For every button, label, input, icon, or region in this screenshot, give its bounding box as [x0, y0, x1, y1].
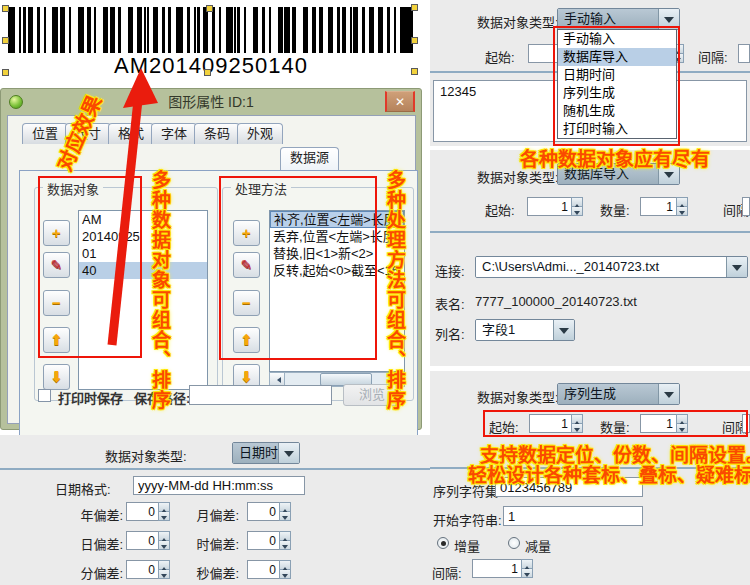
- divider: [430, 231, 750, 233]
- data-objects-list[interactable]: AM 20140925 01 40: [78, 210, 208, 390]
- start-stepper[interactable]: 1: [527, 197, 583, 216]
- start-stepper[interactable]: 1: [529, 414, 583, 433]
- save-on-print-checkbox[interactable]: [38, 389, 51, 402]
- increment-radio[interactable]: [437, 537, 449, 549]
- tab-appearance[interactable]: 外观: [237, 123, 283, 144]
- charset-input[interactable]: [495, 477, 643, 497]
- chevron-down-icon[interactable]: [658, 9, 679, 29]
- resize-handle-w[interactable]: [2, 37, 9, 44]
- resize-handle-s[interactable]: [204, 69, 211, 76]
- list-item-selected[interactable]: 40: [79, 262, 207, 279]
- interval2-label: 间隔:: [432, 563, 462, 582]
- option-sequence[interactable]: 序列生成: [558, 84, 676, 102]
- remove-object-button[interactable]: −: [43, 290, 70, 316]
- day-offset-stepper[interactable]: 0: [126, 531, 170, 550]
- table-value: 7777_100000_20140723.txt: [475, 294, 637, 309]
- column-label: 列名:: [435, 324, 465, 343]
- browse-button[interactable]: 浏览: [343, 384, 401, 406]
- remove-method-button[interactable]: −: [233, 290, 260, 316]
- edit-method-button[interactable]: ✎: [233, 252, 260, 278]
- type-options-list[interactable]: 手动输入 数据库导入 日期时间 序列生成 随机生成 打印时输入: [557, 29, 677, 139]
- edit-object-button[interactable]: ✎: [43, 252, 70, 278]
- add-method-button[interactable]: +: [233, 220, 260, 246]
- option-database[interactable]: 数据库导入: [558, 48, 676, 66]
- close-icon[interactable]: ✕: [385, 91, 415, 112]
- move-up-button[interactable]: ⬆: [43, 327, 70, 353]
- year-offset-stepper[interactable]: 0: [126, 502, 170, 521]
- chevron-down-icon[interactable]: [278, 443, 299, 463]
- second-offset-stepper[interactable]: 0: [247, 560, 291, 579]
- column-dropdown[interactable]: 字段1: [475, 319, 575, 341]
- interval-input[interactable]: [742, 197, 750, 216]
- charset-label: 序列字符集:: [433, 481, 502, 500]
- down-arrow-icon: ⬇: [50, 368, 63, 385]
- connection-dropdown[interactable]: C:\Users\Admi..._20140723.txt: [475, 256, 748, 278]
- interval2-stepper[interactable]: 1: [472, 559, 533, 578]
- hour-offset-stepper[interactable]: 0: [247, 531, 291, 550]
- tab-size[interactable]: 尺寸: [65, 123, 111, 144]
- data-object-type-dropdown[interactable]: 日期时间: [232, 442, 300, 464]
- tab-barcode[interactable]: 条码: [194, 123, 240, 144]
- option-manual[interactable]: 手动输入: [558, 30, 676, 48]
- plus-icon: +: [52, 224, 61, 241]
- database-panel: 数据对象类型: 数据库导入 起始: 1 数量: 1 间隔: 连接: C:\Use…: [430, 150, 750, 366]
- app-root: AM201409250140 图形属性 ID:1 ✕ 位置 尺寸 格式 字体 条…: [0, 0, 750, 585]
- month-offset-stepper[interactable]: 0: [247, 502, 291, 521]
- barcode-bars[interactable]: [8, 7, 413, 53]
- resize-handle-nw[interactable]: [2, 5, 9, 12]
- chevron-down-icon[interactable]: [726, 257, 747, 277]
- barcode-canvas[interactable]: AM201409250140: [0, 0, 430, 86]
- pencil-icon: ✎: [51, 257, 63, 273]
- data-object-type-dropdown[interactable]: 手动输入: [557, 8, 680, 30]
- minute-offset-label: 分偏差:: [55, 563, 123, 582]
- count-stepper[interactable]: 1: [640, 197, 688, 216]
- move-method-up-button[interactable]: ⬆: [233, 327, 260, 353]
- tab-format[interactable]: 格式: [108, 123, 154, 144]
- resize-handle-sw[interactable]: [2, 69, 9, 76]
- count-label: 数量:: [600, 417, 630, 436]
- option-datetime[interactable]: 日期时间: [558, 66, 676, 84]
- option-print-input[interactable]: 打印时输入: [558, 120, 676, 138]
- count-label: 数量:: [600, 200, 630, 219]
- list-item[interactable]: 20140925: [79, 228, 207, 245]
- right-column: 数据对象类型: 手动输入 起始: 间隔: 12345 手动输入 数据库导入 日期…: [430, 0, 750, 585]
- add-object-button[interactable]: +: [43, 220, 70, 246]
- tab-datasource[interactable]: 数据源: [280, 147, 339, 170]
- manual-input-panel: 数据对象类型: 手动输入 起始: 间隔: 12345 手动输入 数据库导入 日期…: [430, 0, 750, 146]
- methods-group-title: 处理方法: [231, 179, 291, 198]
- decrement-radio[interactable]: [508, 537, 520, 549]
- resize-handle-e[interactable]: [411, 37, 418, 44]
- list-item[interactable]: AM: [79, 211, 207, 228]
- resize-handle-se[interactable]: [411, 68, 418, 75]
- hour-offset-label: 时偏差:: [175, 534, 239, 553]
- list-item[interactable]: 反转,起始<0>截至<16: [270, 262, 404, 279]
- save-path-input[interactable]: [189, 385, 332, 405]
- move-down-button[interactable]: ⬇: [43, 364, 70, 390]
- dialog-titlebar[interactable]: 图形属性 ID:1 ✕: [1, 89, 421, 115]
- interval-input[interactable]: [742, 414, 750, 433]
- resize-handle-n[interactable]: [206, 5, 213, 12]
- tab-font[interactable]: 字体: [151, 123, 197, 144]
- count-stepper[interactable]: 1: [640, 414, 688, 433]
- list-item[interactable]: 丢弃,位置<左端>长度<: [270, 228, 404, 245]
- start-string-input[interactable]: [503, 506, 643, 526]
- list-item[interactable]: 替换,旧<1>新<2>: [270, 245, 404, 262]
- month-offset-label: 月偏差:: [175, 505, 239, 524]
- chevron-down-icon[interactable]: [658, 384, 679, 404]
- data-object-type-dropdown[interactable]: 序列生成: [557, 383, 680, 405]
- resize-handle-ne[interactable]: [411, 4, 418, 11]
- divider: [430, 467, 750, 469]
- date-format-input[interactable]: [133, 476, 305, 495]
- data-object-type-dropdown[interactable]: 数据库导入: [557, 163, 680, 185]
- option-random[interactable]: 随机生成: [558, 102, 676, 120]
- methods-list[interactable]: 补齐,位置<左端>长度< 丢弃,位置<左端>长度< 替换,旧<1>新<2> 反转…: [269, 210, 405, 372]
- tab-position[interactable]: 位置: [22, 123, 68, 144]
- list-item-selected[interactable]: 补齐,位置<左端>长度<: [270, 211, 404, 228]
- minute-offset-stepper[interactable]: 0: [126, 560, 170, 579]
- chevron-down-icon[interactable]: [553, 320, 574, 340]
- list-item[interactable]: 01: [79, 245, 207, 262]
- interval-input[interactable]: [738, 44, 750, 63]
- minus-icon: −: [52, 294, 61, 311]
- data-object-type-label: 数据对象类型:: [477, 167, 559, 186]
- chevron-down-icon[interactable]: [658, 164, 679, 184]
